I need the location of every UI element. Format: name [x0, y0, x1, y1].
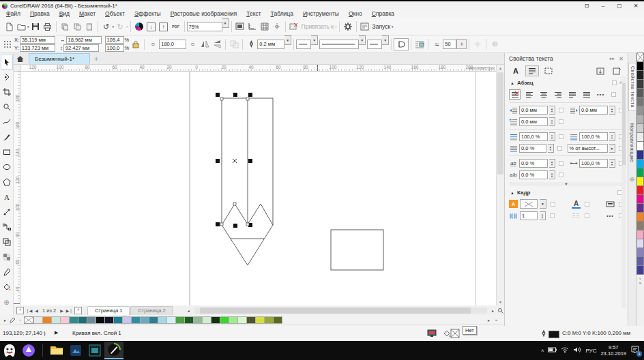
palette-scroll-left-icon[interactable]: ‹: [16, 316, 24, 324]
color-swatch[interactable]: [264, 316, 274, 324]
color-swatch[interactable]: [175, 316, 185, 324]
horizontal-scrollbar-thumb[interactable]: [200, 308, 471, 314]
language-indicator[interactable]: РУС: [585, 348, 596, 354]
range-kerning-checkbox[interactable]: [559, 172, 564, 177]
color-swatch[interactable]: [202, 316, 211, 324]
menu-item[interactable]: Инструменты: [298, 10, 344, 18]
menu-item[interactable]: Текст: [241, 10, 265, 18]
color-swatch[interactable]: [636, 88, 644, 97]
menu-item[interactable]: Таблица: [266, 10, 298, 18]
horizontal-ruler[interactable]: миллиметры 12010080604020020406080100120…: [20, 65, 496, 72]
word-spacing-input[interactable]: 100,0 %: [579, 159, 608, 168]
docker-close-icon[interactable]: ✕: [619, 55, 624, 62]
vertical-align-checkbox[interactable]: [585, 202, 589, 207]
add-docker-icon[interactable]: ⊕: [628, 176, 636, 183]
align-force-button[interactable]: [581, 89, 592, 100]
connector-tool[interactable]: [1, 220, 13, 235]
paragraph-settings-icon[interactable]: [525, 65, 539, 76]
frame-fill-checkbox[interactable]: [551, 202, 555, 207]
color-swatch[interactable]: [60, 316, 70, 324]
paragraph-checkbox[interactable]: [612, 80, 617, 85]
snap-to-label[interactable]: Привязать к: [302, 23, 334, 30]
color-swatch[interactable]: [166, 316, 176, 324]
range-kerning-input[interactable]: 0,0 %: [519, 170, 548, 179]
indent-left-stepper[interactable]: ▲▼: [549, 106, 555, 115]
first-page-icon[interactable]: ❘◀: [25, 307, 33, 314]
dimension-tool[interactable]: [1, 205, 13, 220]
show-grid-icon[interactable]: [259, 20, 271, 33]
fullscreen-preview-icon[interactable]: [234, 20, 246, 33]
color-swatch[interactable]: [122, 316, 132, 324]
navigator-icon[interactable]: [497, 307, 504, 314]
no-color-swatch[interactable]: [24, 316, 33, 324]
transparency-tool[interactable]: [1, 250, 13, 265]
import-icon[interactable]: ↓: [145, 20, 158, 33]
options-gear-icon[interactable]: [342, 20, 354, 33]
expand-section-icon[interactable]: ▼: [509, 182, 624, 186]
color-swatch[interactable]: [184, 316, 194, 324]
minimize-icon[interactable]: –: [595, 3, 611, 9]
color-swatch[interactable]: [246, 316, 256, 324]
menu-item[interactable]: Справка: [367, 10, 399, 18]
save-icon[interactable]: [29, 20, 42, 33]
artistic-media-tool[interactable]: [1, 130, 13, 145]
lock-ratio-icon[interactable]: [130, 38, 142, 50]
palette-expand-icon[interactable]: »: [636, 281, 644, 286]
undo-icon[interactable]: ↺: [100, 20, 113, 33]
hscroll-left-icon[interactable]: ◂: [185, 307, 192, 314]
docker-side-tab[interactable]: Направляющие: [628, 121, 636, 165]
columns-checkbox[interactable]: [550, 213, 555, 218]
vertical-scrollbar-thumb[interactable]: [497, 72, 503, 175]
new-document-icon[interactable]: [3, 20, 15, 33]
ellipse-tool[interactable]: [1, 160, 13, 175]
align-center-button[interactable]: [538, 89, 549, 100]
color-swatch[interactable]: [636, 265, 644, 275]
spacing-mode-dropdown-icon[interactable]: ▼: [609, 144, 616, 153]
indent-right-stepper[interactable]: ▲▼: [609, 106, 615, 115]
pick-tool[interactable]: [1, 55, 13, 70]
launch-label[interactable]: Запуск: [372, 23, 391, 30]
color-swatch[interactable]: [78, 316, 87, 324]
show-rulers-icon[interactable]: [246, 20, 259, 33]
close-curve-icon[interactable]: [394, 38, 409, 50]
frame-more-icon[interactable]: •••: [606, 212, 615, 220]
y-position-input[interactable]: 133,723 мм: [20, 44, 55, 52]
menu-item[interactable]: Растровые изображения: [166, 10, 242, 18]
docker-side-tab[interactable]: Свойства текста: [628, 63, 636, 111]
snap-to-dropdown-icon[interactable]: ▾: [335, 25, 337, 29]
launch-icon[interactable]: [359, 20, 371, 33]
color-swatch[interactable]: [51, 316, 61, 324]
wifi-icon[interactable]: [561, 347, 569, 355]
previous-page-icon[interactable]: ◀: [33, 307, 40, 314]
redo-dropdown-icon[interactable]: ▾: [126, 25, 128, 29]
color-swatch[interactable]: [636, 132, 644, 142]
color-swatch[interactable]: [42, 316, 52, 324]
menu-item[interactable]: Объект: [100, 10, 130, 18]
color-swatch[interactable]: [113, 316, 123, 324]
smoothing-slider-icon[interactable]: +: [456, 39, 467, 49]
mirror-horizontal-icon[interactable]: [199, 38, 211, 50]
color-swatch[interactable]: [69, 316, 78, 324]
docker-collapse-icon[interactable]: ▸▸: [610, 56, 615, 61]
color-swatch[interactable]: [211, 316, 220, 324]
color-swatch[interactable]: [636, 194, 644, 204]
color-swatch[interactable]: [636, 239, 644, 248]
import-styles-icon[interactable]: [594, 65, 607, 76]
rectangle-tool[interactable]: [1, 145, 13, 160]
open-icon[interactable]: [15, 20, 27, 33]
vertical-align-icon[interactable]: A: [572, 200, 581, 209]
color-swatch[interactable]: [87, 316, 96, 324]
range-kerning-stepper[interactable]: ▲▼: [549, 170, 555, 179]
proof-colors-icon[interactable]: [427, 329, 437, 339]
first-line-indent-checkbox[interactable]: [559, 119, 564, 124]
print-icon[interactable]: [42, 20, 54, 33]
space-after-stepper[interactable]: ▲▼: [609, 132, 615, 141]
rotation-angle-input[interactable]: 180,0: [159, 40, 186, 49]
zoom-level-input[interactable]: 75%: [187, 22, 222, 31]
indent-right-input[interactable]: 0,0 мм: [579, 106, 608, 115]
tray-chevron-icon[interactable]: ˄: [541, 348, 544, 353]
redo-icon[interactable]: ↻: [114, 20, 126, 33]
start-button-icon[interactable]: [0, 342, 19, 359]
customize-toolbox-icon[interactable]: ⊕: [1, 295, 13, 310]
text-tool[interactable]: A: [1, 190, 13, 205]
